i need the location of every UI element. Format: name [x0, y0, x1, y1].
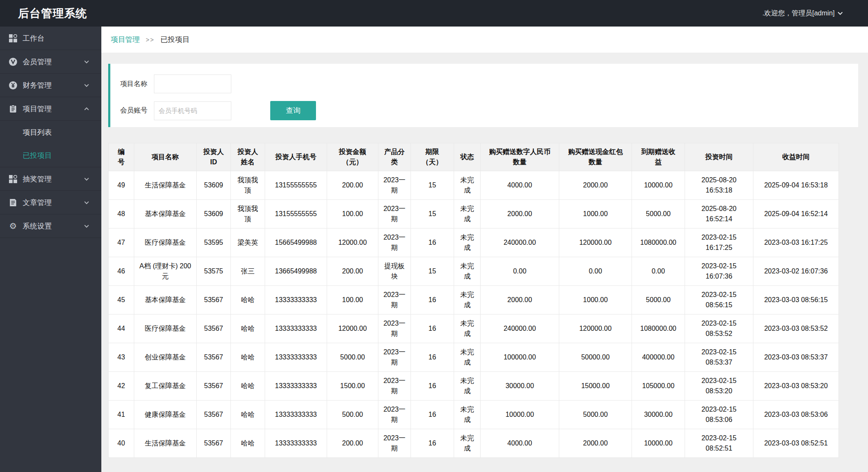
table-cell: 200.00	[327, 429, 378, 458]
sidebar-item-label: 会员管理	[23, 57, 84, 67]
grid-icon	[9, 175, 17, 183]
sidebar-item-finance[interactable]: 财务管理	[0, 74, 101, 97]
chevron-down-icon	[84, 59, 89, 65]
sidebar-subitem-label: 已投项目	[23, 151, 52, 160]
welcome-text: .欢迎您，管理员[admin]	[762, 9, 835, 18]
sidebar-item-members[interactable]: 会员管理	[0, 50, 101, 74]
table-cell: 2023-02-15 08:53:06	[685, 401, 753, 429]
table-cell: 16	[411, 315, 454, 343]
table-cell: 49	[109, 171, 134, 200]
table-cell: 哈哈	[231, 286, 265, 315]
table-cell: 12000.00	[327, 315, 378, 343]
table-row: 43创业保障基金53567哈哈133333333335000.002023一期1…	[109, 343, 839, 372]
table-cell: 哈哈	[231, 429, 265, 458]
table-cell: 2023-02-15 08:52:51	[685, 429, 753, 458]
filter-row-member-account: 会员账号 查询	[120, 101, 858, 120]
sidebar-item-label: 工作台	[23, 33, 89, 43]
sidebar-item-settings[interactable]: ⚙ 系统设置	[0, 214, 101, 238]
table-cell: 我顶我顶	[231, 200, 265, 229]
table-cell: 未完成	[454, 429, 481, 458]
table-cell: 医疗保障基金	[134, 315, 197, 343]
table-cell: 健康保障基金	[134, 401, 197, 429]
chevron-up-icon	[84, 106, 89, 112]
table-cell: 30000.00	[481, 372, 559, 401]
sidebar-subitem-invested-projects[interactable]: 已投项目	[0, 144, 101, 167]
table-cell: 42	[109, 372, 134, 401]
sidebar-item-articles[interactable]: 文章管理	[0, 191, 101, 214]
gear-icon: ⚙	[9, 222, 17, 230]
breadcrumb-separator: >>	[146, 36, 154, 43]
user-menu[interactable]: .欢迎您，管理员[admin]	[762, 9, 868, 18]
table-cell: 1000.00	[559, 286, 632, 315]
sidebar-subitem-project-list[interactable]: 项目列表	[0, 121, 101, 144]
table-cell: 500.00	[327, 401, 378, 429]
table-cell: 13333333333	[265, 372, 327, 401]
table-row: 49生活保障基金53609我顶我顶13155555555200.002023一期…	[109, 171, 839, 200]
sidebar-item-projects[interactable]: 项目管理	[0, 97, 101, 121]
table-cell: 2023-03-03 08:52:51	[753, 429, 839, 458]
table-cell: 53575	[197, 257, 231, 286]
table-cell: 200.00	[327, 257, 378, 286]
table-cell: 13155555555	[265, 171, 327, 200]
table-cell: 5000.00	[327, 343, 378, 372]
table-cell: 生活保障基金	[134, 429, 197, 458]
sidebar-item-workbench[interactable]: 工作台	[0, 27, 101, 50]
table-cell: 提现板块	[378, 257, 411, 286]
search-button[interactable]: 查询	[270, 101, 316, 120]
member-circle-icon	[9, 58, 17, 66]
column-header: 购买赠送数字人民币数量	[481, 143, 559, 171]
table-cell: 10000.00	[481, 401, 559, 429]
finance-yen-icon	[9, 81, 17, 89]
column-header: 投资人手机号	[265, 143, 327, 171]
column-header: 投资人姓名	[231, 143, 265, 171]
table-cell: 16	[411, 229, 454, 257]
table-cell: 基本保障基金	[134, 286, 197, 315]
table-cell: 41	[109, 401, 134, 429]
table-cell: 15	[411, 257, 454, 286]
table-cell: 53595	[197, 229, 231, 257]
table-cell: 我顶我顶	[231, 171, 265, 200]
breadcrumb-parent-link[interactable]: 项目管理	[111, 35, 140, 45]
table-cell: 4000.00	[481, 429, 559, 458]
table-cell: 0.00	[481, 257, 559, 286]
table-cell: 53567	[197, 315, 231, 343]
table-cell: 2023-03-03 08:56:15	[753, 286, 839, 315]
article-icon	[9, 199, 17, 207]
sidebar-item-label: 抽奖管理	[23, 174, 84, 184]
column-header: 投资人ID	[197, 143, 231, 171]
table-cell: 53609	[197, 200, 231, 229]
table-cell: 5000.00	[632, 200, 685, 229]
table-cell: 105000.00	[632, 372, 685, 401]
table-cell: 未完成	[454, 372, 481, 401]
project-name-input[interactable]	[154, 74, 231, 93]
table-cell: 1080000.00	[632, 315, 685, 343]
table-cell: 未完成	[454, 315, 481, 343]
sidebar-item-label: 系统设置	[23, 221, 84, 231]
table-cell: 5000.00	[632, 286, 685, 315]
table-cell: 哈哈	[231, 343, 265, 372]
table-cell: 15	[411, 171, 454, 200]
table-cell: 2025-09-04 16:52:14	[753, 200, 839, 229]
table-cell: 2023一期	[378, 171, 411, 200]
table-cell: 4000.00	[481, 171, 559, 200]
table-row: 40生活保障基金53567哈哈13333333333200.002023一期16…	[109, 429, 839, 458]
table-cell: 2000.00	[481, 200, 559, 229]
table-row: 44医疗保障基金53567哈哈1333333333312000.002023一期…	[109, 315, 839, 343]
table-cell: 哈哈	[231, 401, 265, 429]
table-cell: 100.00	[327, 286, 378, 315]
table-cell: 53567	[197, 401, 231, 429]
table-cell: 53567	[197, 372, 231, 401]
table-cell: 2023一期	[378, 372, 411, 401]
member-account-input[interactable]	[154, 101, 231, 120]
filter-panel: 项目名称 会员账号 查询	[108, 64, 858, 127]
table-cell: 120000.00	[559, 229, 632, 257]
table-cell: 未完成	[454, 286, 481, 315]
sidebar-item-lottery[interactable]: 抽奖管理	[0, 167, 101, 191]
projects-submenu: 项目列表 已投项目	[0, 121, 101, 167]
table-cell: 2023-02-15 08:53:52	[685, 315, 753, 343]
column-header: 编号	[109, 143, 134, 171]
table-cell: 2023一期	[378, 401, 411, 429]
table-row: 48基本保障基金53609我顶我顶13155555555100.002023一期…	[109, 200, 839, 229]
column-header: 状态	[454, 143, 481, 171]
table-cell: 46	[109, 257, 134, 286]
